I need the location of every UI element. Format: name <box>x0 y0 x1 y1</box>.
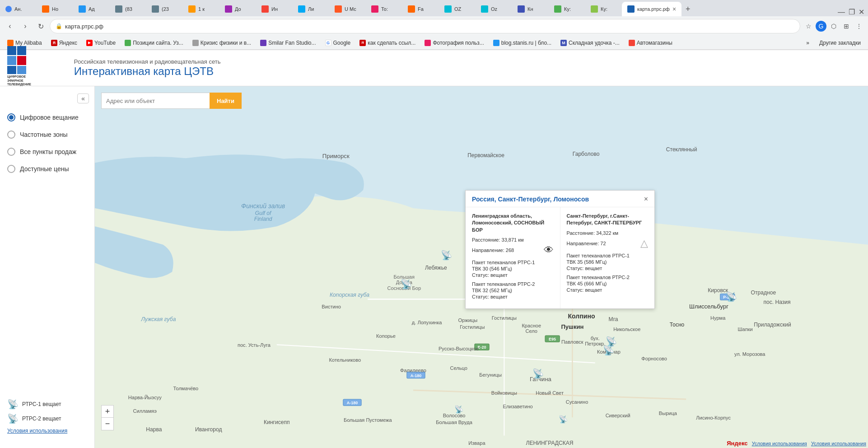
svg-text:Войковицы: Войковицы <box>491 390 517 396</box>
tab-10[interactable]: U Мс <box>329 2 365 16</box>
svg-text:Большая Пустомежа: Большая Пустомежа <box>344 417 392 423</box>
tab-close-btn[interactable]: × <box>672 5 676 13</box>
rtrs2-antenna-icon: 📡 <box>7 413 19 424</box>
svg-text:Копорская губа: Копорская губа <box>330 292 369 298</box>
url-input[interactable]: 🔒 карта.ртрс.рф <box>50 19 800 33</box>
bookmark-google[interactable]: G Google <box>322 39 355 47</box>
svg-text:Оржицы: Оржицы <box>458 317 477 323</box>
popup-title: Россия, Санкт-Петербург, Ломоносов <box>472 196 589 203</box>
svg-text:Село: Село <box>526 328 538 334</box>
svg-text:📡: 📡 <box>726 292 737 303</box>
sidebar-collapse-btn[interactable]: « <box>77 93 89 103</box>
browser-ext3[interactable]: ⊞ <box>841 21 852 32</box>
forward-btn[interactable]: › <box>19 20 32 33</box>
header-org: Российская телевизионная и радиовещатель… <box>74 58 221 65</box>
svg-text:Нарва: Нарва <box>146 426 162 433</box>
popup-dir-left: Направление: 268 👁 <box>472 244 554 256</box>
sidebar-item-digital[interactable]: Цифровое вещание <box>0 109 94 126</box>
zoom-in-btn[interactable]: + <box>101 405 114 418</box>
tab-2[interactable]: Но <box>37 2 73 16</box>
tab-1[interactable]: Ан. <box>0 2 36 16</box>
sidebar-label-digital: Цифровое вещание <box>20 114 79 121</box>
bookmark-alibaba[interactable]: My Alibaba <box>4 39 46 47</box>
svg-text:А-180: А-180 <box>347 401 358 405</box>
tab-14[interactable]: Oz <box>476 2 512 16</box>
bookmark-pozicii[interactable]: Позиции сайта. Уз... <box>121 39 187 47</box>
svg-text:📡: 📡 <box>603 345 615 356</box>
popup-close-btn[interactable]: × <box>644 195 648 203</box>
popup-direction-left-text: Направление: 268 <box>472 247 514 253</box>
tab-5[interactable]: (23 <box>146 2 182 16</box>
bookmark-other[interactable]: Другие закладки <box>816 39 864 47</box>
bookmark-star[interactable]: ☆ <box>803 21 814 32</box>
sidebar-item-prices[interactable]: Доступные цены <box>0 160 94 177</box>
tab-9[interactable]: Ли <box>293 2 329 16</box>
svg-text:Ивангород: Ивангород <box>195 426 222 433</box>
bookmark-stanis[interactable]: blog.stanis.ru | бло... <box>490 39 555 47</box>
restore-btn[interactable]: ❐ <box>849 8 855 16</box>
bookmarks-more-btn[interactable]: » <box>803 39 812 47</box>
browser-ext2[interactable]: ⬡ <box>828 21 839 32</box>
tab-13[interactable]: OZ <box>439 2 475 16</box>
map-search: Найти <box>101 93 242 109</box>
reload-btn[interactable]: ↻ <box>34 20 47 33</box>
sidebar-item-sales[interactable]: Все пункты продаж <box>0 143 94 160</box>
bookmark-smilar[interactable]: Smilar Fan Studio... <box>257 39 319 47</box>
svg-text:Красное: Красное <box>522 323 541 328</box>
svg-text:пос. Назия: пос. Назия <box>764 299 791 305</box>
conditions-use-link[interactable]: Условия использования <box>811 441 866 446</box>
tab-bar: Ан. Но Ад (83 (23 1 к До Ин <box>0 0 868 16</box>
legend-rtrs1-label: РТРС-1 вещает <box>22 401 61 407</box>
back-btn[interactable]: ‹ <box>4 20 16 33</box>
svg-text:Пушкин: Пушкин <box>561 323 583 330</box>
tab-12[interactable]: Fa <box>402 2 439 16</box>
bookmark-yandex[interactable]: Я Яндекс <box>47 39 81 47</box>
svg-text:Отрадное: Отрадное <box>751 289 776 296</box>
popup-pkg2-right: Пакет телеканалов РТРС-2 ТВК 45 (666 МГц… <box>567 275 649 293</box>
tab-17[interactable]: Ку: <box>585 2 621 16</box>
tab-15[interactable]: Кн <box>512 2 548 16</box>
browser-ext1[interactable]: G <box>816 21 826 32</box>
tab-6[interactable]: 1 к <box>183 2 219 16</box>
bookmark-ssylki[interactable]: Я как сделать ссыл... <box>356 39 419 47</box>
close-btn[interactable]: ✕ <box>859 8 864 16</box>
tab-11[interactable]: То: <box>366 2 402 16</box>
new-tab-btn[interactable]: + <box>682 2 718 16</box>
svg-text:📡: 📡 <box>559 415 568 424</box>
browser-menu[interactable]: ⋮ <box>854 21 864 32</box>
tab-7[interactable]: До <box>219 2 256 16</box>
bookmark-udochka[interactable]: M Складная удочка -... <box>557 39 623 47</box>
tab-active[interactable]: карта.ртрс.рф × <box>622 2 681 16</box>
popup-dist-right: Расстояние: 34,322 км <box>567 230 649 236</box>
bookmark-krizis[interactable]: Кризис физики и в... <box>189 39 255 47</box>
search-button[interactable]: Найти <box>210 93 242 109</box>
popup-pkg1-right-tvk: ТВК 35 (586 МГц) <box>567 259 649 265</box>
map-area[interactable]: А-118 E20 Е105 Е95 А-180 А-180 E-20 <box>95 86 868 448</box>
usage-link[interactable]: Условия использования <box>7 428 67 434</box>
tab-3[interactable]: Ад <box>73 2 109 16</box>
tab-4[interactable]: (83 <box>110 2 146 16</box>
sidebar-item-freq[interactable]: Частотные зоны <box>0 126 94 143</box>
tab-16[interactable]: Ку: <box>549 2 585 16</box>
popup-eye-right[interactable]: △ <box>640 238 648 249</box>
conditions-link[interactable]: Условия использования <box>752 441 807 446</box>
minimize-btn[interactable]: — <box>838 8 845 16</box>
svg-text:Сусанино: Сусанино <box>566 399 588 405</box>
svg-text:Приладожский: Приладожский <box>754 322 791 328</box>
sidebar-label-sales: Все пункты продаж <box>20 148 76 155</box>
sidebar: « Цифровое вещание Частотные зоны Все пу… <box>0 86 95 448</box>
svg-text:Стеклянный: Стеклянный <box>666 146 697 153</box>
tab-8[interactable]: Ин <box>256 2 292 16</box>
svg-text:Кировск: Кировск <box>708 287 728 294</box>
zoom-out-btn[interactable]: − <box>101 418 114 430</box>
bookmark-foto[interactable]: Фотография польз... <box>421 39 487 47</box>
popup-body: Ленинградская область, Ломоносовский, СО… <box>466 207 654 308</box>
svg-text:Лужская губа: Лужская губа <box>141 316 176 322</box>
search-input[interactable] <box>101 93 210 109</box>
bookmark-avto[interactable]: Автомагазины <box>625 39 676 47</box>
svg-text:бух.: бух. <box>591 336 600 341</box>
bookmark-youtube[interactable]: ▶ YouTube <box>83 39 119 47</box>
sidebar-footer: 📡 РТРС-1 вещает 📡 РТРС-2 вещает Условия … <box>0 392 94 441</box>
bookmark-stanis-label: blog.stanis.ru | бло... <box>501 40 551 46</box>
popup-eye-left[interactable]: 👁 <box>544 244 554 256</box>
